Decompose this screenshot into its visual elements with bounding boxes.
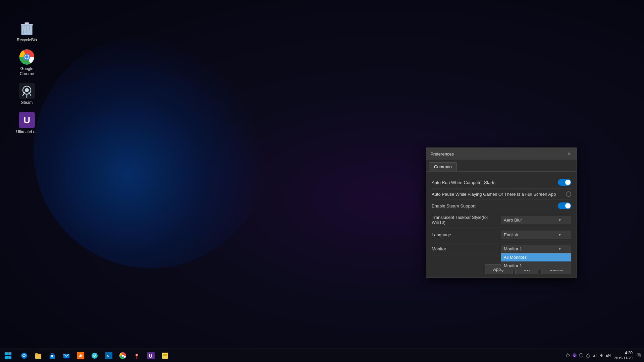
start-button[interactable] xyxy=(0,349,16,362)
steam-support-row: Enable Steam Support xyxy=(432,200,571,212)
system-tray: U EN 4:20 2019/11/29 xyxy=(562,351,644,361)
systray-notification-icon[interactable] xyxy=(565,353,571,358)
taskbar-style-control: Aero Blur ▼ xyxy=(501,216,571,224)
monitor-row: Monitor Monitor 1 ▼ All Monitors Monitor… xyxy=(432,242,571,256)
systray-language-icon[interactable]: EN xyxy=(605,353,611,358)
recycle-bin-icon-img xyxy=(19,20,35,36)
taskbar-app-mail[interactable] xyxy=(60,349,73,362)
svg-rect-16 xyxy=(35,354,41,359)
svg-rect-40 xyxy=(587,355,589,357)
desktop: RecycleBin Google Chrome xyxy=(0,0,644,362)
svg-point-28 xyxy=(122,355,124,357)
svg-rect-19 xyxy=(51,355,53,357)
taskbar-app-vscode[interactable]: >_ xyxy=(102,349,115,362)
steam-desktop-icon[interactable]: Steam xyxy=(13,83,40,105)
tab-common[interactable]: Common xyxy=(429,162,457,171)
auto-pause-radio[interactable] xyxy=(566,191,571,197)
systray-shield-icon[interactable] xyxy=(579,353,584,358)
monitor-control: Monitor 1 ▼ All Monitors Monitor 1 xyxy=(501,245,571,253)
steam-icon-img xyxy=(19,83,35,99)
monitor-selected[interactable]: Monitor 1 ▼ xyxy=(501,245,571,253)
svg-point-9 xyxy=(25,55,29,59)
systray-lock-icon[interactable] xyxy=(585,353,591,358)
svg-text:U: U xyxy=(574,354,576,357)
monitor-option-1[interactable]: Monitor 1 xyxy=(501,261,571,270)
svg-rect-42 xyxy=(594,355,595,357)
auto-run-label: Auto Run When Computer Starts xyxy=(432,180,558,185)
steam-support-control xyxy=(558,202,571,209)
dialog-titlebar: Preferences × xyxy=(426,148,577,160)
taskbar-app-ulauncher[interactable]: U xyxy=(144,349,158,362)
auto-pause-control xyxy=(566,191,571,197)
taskbar-app-maps[interactable] xyxy=(130,349,144,362)
language-selected[interactable]: English ▼ xyxy=(501,231,571,239)
svg-point-30 xyxy=(136,354,138,356)
taskbar-app-sublime[interactable] xyxy=(74,349,87,362)
monitor-dropdown-list: All Monitors Monitor 1 xyxy=(501,253,571,270)
language-control: English ▼ xyxy=(501,231,571,239)
monitor-option-all[interactable]: All Monitors xyxy=(501,253,571,261)
system-clock[interactable]: 4:20 2019/11/29 xyxy=(612,351,635,361)
svg-text:U: U xyxy=(23,115,30,125)
recycle-bin-label: RecycleBin xyxy=(17,38,37,42)
auto-run-control xyxy=(558,179,571,186)
monitor-dropdown[interactable]: Monitor 1 ▼ All Monitors Monitor 1 xyxy=(501,245,571,253)
systray-volume-icon[interactable] xyxy=(599,353,604,358)
notification-center-icon[interactable] xyxy=(636,353,641,358)
steam-support-toggle[interactable] xyxy=(558,202,571,209)
chrome-icon-img xyxy=(19,49,35,65)
svg-text:U: U xyxy=(149,353,152,359)
ulauncher-label: UltimateLi... xyxy=(16,129,37,134)
dialog-tabs: Common xyxy=(426,160,577,172)
desktop-icons: RecycleBin Google Chrome xyxy=(13,20,40,134)
taskbar-style-dropdown[interactable]: Aero Blur ▼ xyxy=(501,216,571,224)
systray-network-icon[interactable] xyxy=(592,353,597,358)
taskbar-app-sticky[interactable] xyxy=(158,349,172,362)
svg-rect-41 xyxy=(593,356,594,357)
language-arrow: ▼ xyxy=(558,233,561,237)
svg-marker-37 xyxy=(566,353,570,357)
ulauncher-icon-img: U xyxy=(19,112,35,128)
clock-date: 2019/11/29 xyxy=(614,356,633,360)
taskbar-app-explorer[interactable] xyxy=(32,349,45,362)
preferences-dialog: Preferences × Common Auto Run When Compu… xyxy=(426,147,577,278)
clock-time: 4:20 xyxy=(614,351,633,356)
taskbar: >_ U U xyxy=(0,349,644,362)
taskbar-app-edge[interactable] xyxy=(17,349,31,362)
taskbar-app-chrome[interactable] xyxy=(116,349,129,362)
svg-rect-43 xyxy=(596,354,596,357)
steam-label: Steam xyxy=(21,100,33,105)
systray-app1-icon[interactable]: U xyxy=(572,353,577,358)
background-nebula xyxy=(34,34,268,268)
taskbar-style-label: Translucent Taskbar Style(for Win10) xyxy=(432,215,501,225)
svg-marker-44 xyxy=(600,354,602,357)
taskbar-app-things[interactable] xyxy=(88,349,101,362)
taskbar-style-row: Translucent Taskbar Style(for Win10) Aer… xyxy=(432,212,571,228)
auto-run-row: Auto Run When Computer Starts xyxy=(432,176,571,189)
taskbar-app-store[interactable] xyxy=(46,349,59,362)
monitor-arrow: ▼ xyxy=(558,247,561,251)
taskbar-apps: >_ U xyxy=(16,349,562,362)
svg-text:>_: >_ xyxy=(106,353,112,359)
auto-run-toggle[interactable] xyxy=(558,179,571,186)
chrome-desktop-icon[interactable]: Google Chrome xyxy=(13,49,40,76)
ulauncher-desktop-icon[interactable]: U UltimateLi... xyxy=(13,112,40,134)
monitor-label: Monitor xyxy=(432,246,501,251)
auto-pause-label: Auto Pause While Playing Games Or There … xyxy=(432,192,566,197)
svg-point-23 xyxy=(92,353,98,359)
dialog-close-button[interactable]: × xyxy=(566,150,573,157)
language-row: Language English ▼ xyxy=(432,228,571,242)
taskbar-style-arrow: ▼ xyxy=(558,218,561,222)
taskbar-style-selected[interactable]: Aero Blur ▼ xyxy=(501,216,571,224)
svg-point-15 xyxy=(21,353,27,359)
recycle-bin-icon[interactable]: RecycleBin xyxy=(13,20,40,42)
language-dropdown[interactable]: English ▼ xyxy=(501,231,571,239)
chrome-label: Google Chrome xyxy=(13,66,40,76)
svg-rect-2 xyxy=(25,22,29,25)
svg-point-12 xyxy=(25,88,29,92)
auto-pause-row: Auto Pause While Playing Games Or There … xyxy=(432,189,571,200)
language-label: Language xyxy=(432,232,501,237)
dialog-title: Preferences xyxy=(430,152,454,157)
windows-logo xyxy=(5,352,11,359)
svg-rect-20 xyxy=(63,354,69,358)
